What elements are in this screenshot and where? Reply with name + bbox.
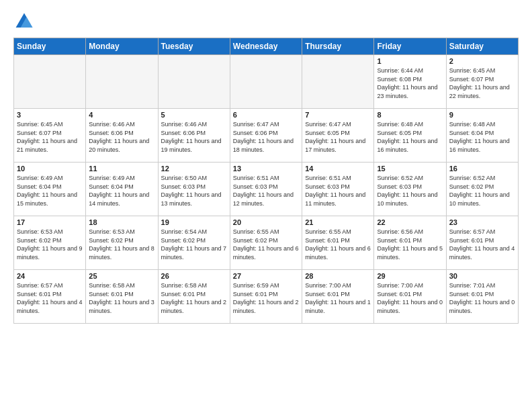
day-cell — [14, 55, 86, 109]
week-row-3: 10Sunrise: 6:49 AMSunset: 6:04 PMDayligh… — [14, 163, 519, 216]
page: SundayMondayTuesdayWednesdayThursdayFrid… — [0, 0, 532, 411]
day-cell: 28Sunrise: 7:00 AMSunset: 6:01 PMDayligh… — [302, 270, 374, 324]
day-cell: 3Sunrise: 6:45 AMSunset: 6:07 PMDaylight… — [14, 109, 86, 163]
logo-icon — [13, 11, 35, 32]
day-cell: 18Sunrise: 6:53 AMSunset: 6:02 PMDayligh… — [86, 216, 158, 270]
day-number: 28 — [305, 272, 371, 280]
day-cell: 22Sunrise: 6:56 AMSunset: 6:01 PMDayligh… — [374, 216, 446, 270]
day-detail: Sunrise: 6:54 AMSunset: 6:02 PMDaylight:… — [161, 228, 227, 261]
day-cell: 11Sunrise: 6:49 AMSunset: 6:04 PMDayligh… — [86, 163, 158, 216]
day-number: 9 — [449, 111, 515, 119]
day-cell: 12Sunrise: 6:50 AMSunset: 6:03 PMDayligh… — [158, 163, 230, 216]
day-number: 2 — [449, 57, 515, 65]
day-number: 8 — [377, 111, 443, 119]
day-detail: Sunrise: 6:52 AMSunset: 6:02 PMDaylight:… — [449, 174, 515, 208]
day-detail: Sunrise: 6:58 AMSunset: 6:01 PMDaylight:… — [161, 281, 227, 315]
header — [13, 11, 519, 32]
day-detail: Sunrise: 6:49 AMSunset: 6:04 PMDaylight:… — [17, 174, 83, 208]
day-detail: Sunrise: 6:57 AMSunset: 6:01 PMDaylight:… — [449, 228, 515, 261]
day-number: 25 — [89, 272, 154, 280]
day-cell — [86, 55, 158, 109]
calendar: SundayMondayTuesdayWednesdayThursdayFrid… — [13, 38, 519, 324]
day-cell: 6Sunrise: 6:47 AMSunset: 6:06 PMDaylight… — [230, 109, 302, 163]
day-detail: Sunrise: 7:01 AMSunset: 6:01 PMDaylight:… — [449, 281, 515, 315]
day-cell: 29Sunrise: 7:00 AMSunset: 6:01 PMDayligh… — [374, 270, 446, 324]
weekday-header-thursday: Thursday — [302, 38, 374, 55]
day-number: 5 — [161, 111, 227, 119]
day-cell: 13Sunrise: 6:51 AMSunset: 6:03 PMDayligh… — [230, 163, 302, 216]
day-cell — [302, 55, 374, 109]
day-cell: 25Sunrise: 6:58 AMSunset: 6:01 PMDayligh… — [86, 270, 158, 324]
day-cell: 23Sunrise: 6:57 AMSunset: 6:01 PMDayligh… — [446, 216, 518, 270]
day-cell: 15Sunrise: 6:52 AMSunset: 6:03 PMDayligh… — [374, 163, 446, 216]
day-cell: 10Sunrise: 6:49 AMSunset: 6:04 PMDayligh… — [14, 163, 86, 216]
day-number: 11 — [89, 165, 154, 173]
weekday-header-friday: Friday — [374, 38, 446, 55]
day-cell: 17Sunrise: 6:53 AMSunset: 6:02 PMDayligh… — [14, 216, 86, 270]
day-cell: 8Sunrise: 6:48 AMSunset: 6:05 PMDaylight… — [374, 109, 446, 163]
day-detail: Sunrise: 6:48 AMSunset: 6:05 PMDaylight:… — [377, 120, 443, 154]
day-detail: Sunrise: 6:44 AMSunset: 6:08 PMDaylight:… — [377, 66, 443, 100]
day-number: 7 — [305, 111, 371, 119]
day-number: 27 — [233, 272, 299, 280]
day-detail: Sunrise: 6:58 AMSunset: 6:01 PMDaylight:… — [89, 281, 154, 315]
day-cell — [158, 55, 230, 109]
day-cell: 19Sunrise: 6:54 AMSunset: 6:02 PMDayligh… — [158, 216, 230, 270]
day-cell: 24Sunrise: 6:57 AMSunset: 6:01 PMDayligh… — [14, 270, 86, 324]
day-detail: Sunrise: 6:48 AMSunset: 6:04 PMDaylight:… — [449, 120, 515, 154]
day-number: 13 — [233, 165, 299, 173]
day-detail: Sunrise: 7:00 AMSunset: 6:01 PMDaylight:… — [377, 281, 443, 315]
weekday-header-row: SundayMondayTuesdayWednesdayThursdayFrid… — [14, 38, 519, 55]
day-number: 23 — [449, 218, 515, 226]
logo — [13, 11, 38, 32]
day-cell: 9Sunrise: 6:48 AMSunset: 6:04 PMDaylight… — [446, 109, 518, 163]
week-row-2: 3Sunrise: 6:45 AMSunset: 6:07 PMDaylight… — [14, 109, 519, 163]
day-cell: 26Sunrise: 6:58 AMSunset: 6:01 PMDayligh… — [158, 270, 230, 324]
day-cell: 14Sunrise: 6:51 AMSunset: 6:03 PMDayligh… — [302, 163, 374, 216]
day-number: 6 — [233, 111, 299, 119]
day-detail: Sunrise: 6:45 AMSunset: 6:07 PMDaylight:… — [449, 66, 515, 100]
day-cell: 1Sunrise: 6:44 AMSunset: 6:08 PMDaylight… — [374, 55, 446, 109]
day-detail: Sunrise: 6:50 AMSunset: 6:03 PMDaylight:… — [161, 174, 227, 208]
day-cell: 16Sunrise: 6:52 AMSunset: 6:02 PMDayligh… — [446, 163, 518, 216]
weekday-header-sunday: Sunday — [14, 38, 86, 55]
day-detail: Sunrise: 6:47 AMSunset: 6:05 PMDaylight:… — [305, 120, 371, 154]
day-number: 24 — [17, 272, 83, 280]
day-cell: 2Sunrise: 6:45 AMSunset: 6:07 PMDaylight… — [446, 55, 518, 109]
day-number: 20 — [233, 218, 299, 226]
day-number: 21 — [305, 218, 371, 226]
day-number: 30 — [449, 272, 515, 280]
day-detail: Sunrise: 6:49 AMSunset: 6:04 PMDaylight:… — [89, 174, 154, 208]
day-detail: Sunrise: 6:47 AMSunset: 6:06 PMDaylight:… — [233, 120, 299, 154]
week-row-1: 1Sunrise: 6:44 AMSunset: 6:08 PMDaylight… — [14, 55, 519, 109]
weekday-header-saturday: Saturday — [446, 38, 518, 55]
day-detail: Sunrise: 6:46 AMSunset: 6:06 PMDaylight:… — [89, 120, 154, 154]
day-cell: 30Sunrise: 7:01 AMSunset: 6:01 PMDayligh… — [446, 270, 518, 324]
day-detail: Sunrise: 6:52 AMSunset: 6:03 PMDaylight:… — [377, 174, 443, 208]
day-number: 15 — [377, 165, 443, 173]
day-number: 19 — [161, 218, 227, 226]
day-detail: Sunrise: 6:55 AMSunset: 6:01 PMDaylight:… — [305, 228, 371, 261]
day-cell: 4Sunrise: 6:46 AMSunset: 6:06 PMDaylight… — [86, 109, 158, 163]
day-detail: Sunrise: 6:59 AMSunset: 6:01 PMDaylight:… — [233, 281, 299, 315]
day-detail: Sunrise: 6:51 AMSunset: 6:03 PMDaylight:… — [305, 174, 371, 208]
weekday-header-wednesday: Wednesday — [230, 38, 302, 55]
weekday-header-tuesday: Tuesday — [158, 38, 230, 55]
day-number: 4 — [89, 111, 154, 119]
week-row-4: 17Sunrise: 6:53 AMSunset: 6:02 PMDayligh… — [14, 216, 519, 270]
day-detail: Sunrise: 6:53 AMSunset: 6:02 PMDaylight:… — [89, 228, 154, 261]
day-number: 10 — [17, 165, 83, 173]
week-row-5: 24Sunrise: 6:57 AMSunset: 6:01 PMDayligh… — [14, 270, 519, 324]
day-cell: 21Sunrise: 6:55 AMSunset: 6:01 PMDayligh… — [302, 216, 374, 270]
day-cell: 5Sunrise: 6:46 AMSunset: 6:06 PMDaylight… — [158, 109, 230, 163]
day-number: 18 — [89, 218, 154, 226]
day-number: 29 — [377, 272, 443, 280]
day-detail: Sunrise: 6:57 AMSunset: 6:01 PMDaylight:… — [17, 281, 83, 315]
day-detail: Sunrise: 6:53 AMSunset: 6:02 PMDaylight:… — [17, 228, 83, 261]
day-number: 12 — [161, 165, 227, 173]
day-detail: Sunrise: 6:46 AMSunset: 6:06 PMDaylight:… — [161, 120, 227, 154]
day-number: 14 — [305, 165, 371, 173]
day-detail: Sunrise: 7:00 AMSunset: 6:01 PMDaylight:… — [305, 281, 371, 315]
weekday-header-monday: Monday — [86, 38, 158, 55]
day-detail: Sunrise: 6:51 AMSunset: 6:03 PMDaylight:… — [233, 174, 299, 208]
